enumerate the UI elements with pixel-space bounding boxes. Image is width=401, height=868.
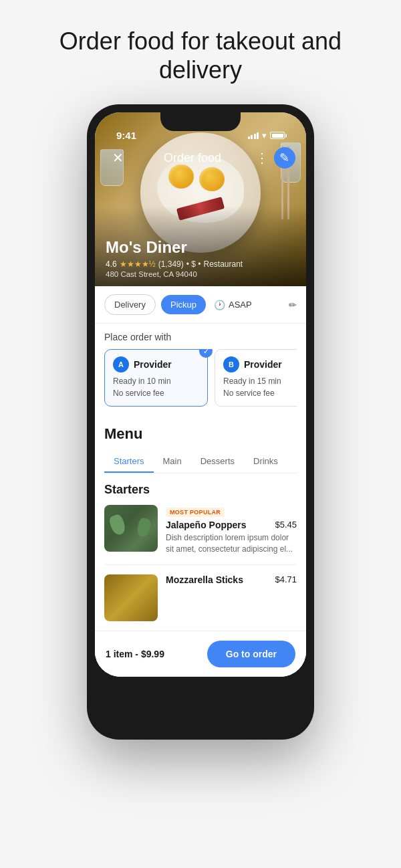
price-range: • $ • — [186, 259, 201, 269]
time-selector[interactable]: 🕐 ASAP — [214, 300, 252, 310]
provider-1-ready: Ready in 10 min — [113, 375, 199, 387]
provider-2-ready: Ready in 15 min — [223, 375, 297, 387]
edit-icon[interactable]: ✏ — [289, 300, 297, 310]
starters-section-title: Starters — [104, 483, 297, 497]
order-type-bar: Delivery Pickup 🕐 ASAP ✏ — [95, 286, 306, 324]
profile-icon: ✎ — [279, 150, 289, 165]
provider-1-fee: No service fee — [113, 387, 199, 399]
delivery-tab[interactable]: Delivery — [104, 294, 156, 315]
top-bar-right: ⋮ ✎ — [255, 147, 295, 169]
pickup-tab[interactable]: Pickup — [161, 295, 206, 314]
provider-section: Place order with ✓ A Provider Ready in 1… — [95, 324, 306, 415]
restaurant-name: Mo's Diner — [106, 238, 295, 257]
food-item-2-info: Mozzarella Sticks $4.71 — [166, 574, 297, 621]
phone-screen: 9:41 ▾ ✕ — [95, 112, 306, 677]
phone-frame: 9:41 ▾ ✕ — [87, 104, 314, 740]
go-to-order-button[interactable]: Go to order — [207, 641, 295, 667]
food-item-2[interactable]: Mozzarella Sticks $4.71 — [104, 574, 297, 621]
battery-icon — [270, 132, 285, 139]
time-text: ASAP — [229, 300, 252, 310]
food-item-2-name-price: Mozzarella Sticks $4.71 — [166, 574, 297, 585]
page-header: Order food for takeout and delivery — [0, 0, 401, 104]
food-item-1-info: MOST POPULAR Jalapeño Poppers $5.45 Dish… — [166, 505, 297, 555]
rating-number: 4.6 — [106, 259, 117, 269]
menu-section: Menu Starters Main Desserts Drinks Sweet… — [95, 415, 306, 473]
provider-card-1[interactable]: ✓ A Provider Ready in 10 min No service … — [104, 349, 208, 407]
food-item-1-description: Dish description lorem ipsum dolor sit a… — [166, 532, 297, 555]
provider-1-name: Provider — [134, 359, 172, 370]
menu-title: Menu — [104, 425, 297, 443]
restaurant-address: 480 Cast Street, CA 94040 — [106, 270, 295, 278]
provider-2-header: B Provider — [223, 356, 297, 372]
food-item-1-price: $5.45 — [275, 520, 297, 530]
hero-area: 9:41 ▾ ✕ — [95, 112, 306, 286]
wifi-icon: ▾ — [262, 130, 267, 140]
status-icons: ▾ — [248, 130, 285, 140]
provider-2-avatar: B — [223, 356, 239, 372]
provider-1-avatar: A — [113, 356, 129, 372]
food-item-1[interactable]: MOST POPULAR Jalapeño Poppers $5.45 Dish… — [104, 505, 297, 565]
tab-desserts[interactable]: Desserts — [191, 451, 244, 473]
close-button[interactable]: ✕ — [106, 146, 130, 170]
provider-section-label: Place order with — [104, 332, 297, 342]
restaurant-meta: 4.6 ★★★★½ (1,349) • $ • Restaurant — [106, 259, 295, 269]
restaurant-info: Mo's Diner 4.6 ★★★★½ (1,349) • $ • Resta… — [95, 230, 306, 286]
tab-starters[interactable]: Starters — [104, 451, 154, 473]
menu-tabs: Starters Main Desserts Drinks Sweets & T… — [104, 451, 297, 473]
selected-check-icon: ✓ — [199, 349, 213, 358]
profile-button[interactable]: ✎ — [274, 147, 295, 169]
phone-notch — [160, 112, 241, 131]
tab-main[interactable]: Main — [154, 451, 191, 473]
starters-section: Starters MOST POPULAR Jalapeño Poppers $… — [95, 473, 306, 631]
food-item-1-name: Jalapeño Poppers — [166, 520, 269, 530]
provider-card-2[interactable]: B Provider Ready in 15 min No service fe… — [215, 349, 297, 407]
signal-icon — [248, 132, 259, 139]
provider-2-fee: No service fee — [223, 387, 297, 399]
food-item-2-price: $4.71 — [275, 574, 297, 584]
provider-1-header: A Provider — [113, 356, 199, 372]
tab-drinks[interactable]: Drinks — [244, 451, 287, 473]
clock-icon: 🕐 — [214, 300, 225, 310]
food-item-1-image — [104, 505, 158, 552]
close-icon: ✕ — [112, 150, 124, 166]
status-time: 9:41 — [116, 130, 136, 141]
top-bar-title: Order food — [164, 151, 221, 165]
providers-row: ✓ A Provider Ready in 10 min No service … — [104, 349, 297, 415]
stars-icon: ★★★★½ — [120, 259, 156, 269]
provider-2-name: Provider — [244, 359, 282, 370]
food-item-2-name: Mozzarella Sticks — [166, 574, 269, 585]
cart-summary: 1 item - $9.99 — [106, 649, 164, 659]
food-item-1-name-price: Jalapeño Poppers $5.45 — [166, 520, 297, 530]
category: Restaurant — [203, 259, 243, 269]
bottom-bar: 1 item - $9.99 Go to order — [95, 631, 306, 677]
review-count: (1,349) — [158, 259, 184, 269]
content-area: Delivery Pickup 🕐 ASAP ✏ Place order wit… — [95, 286, 306, 677]
most-popular-badge: MOST POPULAR — [166, 508, 225, 517]
food-item-2-image — [104, 574, 158, 621]
tab-sweets-treats[interactable]: Sweets & Treats — [287, 451, 297, 473]
more-options-icon[interactable]: ⋮ — [255, 150, 269, 166]
